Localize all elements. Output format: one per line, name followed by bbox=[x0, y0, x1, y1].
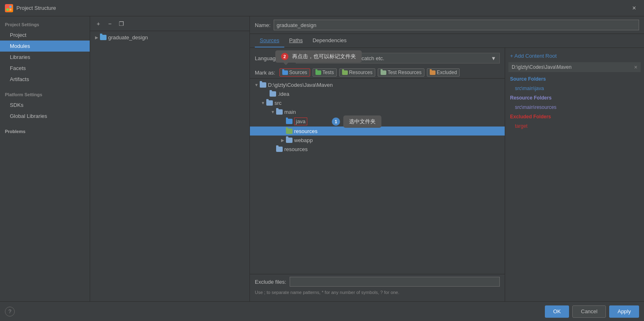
exclude-files-row: Exclude files: bbox=[250, 274, 505, 289]
sidebar-item-project[interactable]: Project bbox=[0, 29, 90, 41]
source-file-tree: ▼ D:\glzty\Codes\Java\Maven ▶ .idea bbox=[250, 78, 505, 274]
resources2-folder-item[interactable]: ▶ resources bbox=[250, 145, 505, 154]
dialog-title: Project Structure bbox=[16, 5, 629, 11]
excluded-folder-entry: target ✏ × bbox=[505, 122, 644, 130]
project-settings-label: Project Settings bbox=[0, 20, 90, 29]
add-content-root-button[interactable]: + Add Content Root bbox=[505, 51, 644, 61]
ok-button[interactable]: OK bbox=[545, 305, 569, 318]
title-bar: Project Structure × bbox=[0, 0, 644, 16]
module-folder-icon bbox=[100, 35, 107, 40]
mark-as-label: Mark as: bbox=[255, 70, 275, 76]
content-root-display: D:\glzty\Codes\Java\Maven × bbox=[508, 62, 641, 72]
excluded-folders-title: Excluded Folders bbox=[505, 111, 644, 122]
mark-as-resources-button[interactable]: Resources bbox=[339, 68, 375, 77]
tab-dependencies[interactable]: Dependencies bbox=[308, 34, 351, 47]
platform-settings-label: Platform Settings bbox=[0, 90, 90, 99]
mark-as-sources-button[interactable]: Sources bbox=[279, 68, 310, 77]
source-folder-entry: src\main\java ✏ × bbox=[505, 84, 644, 93]
edit-excluded-folder-button[interactable]: ✏ bbox=[625, 123, 632, 129]
module-root[interactable]: ▶ graduate_design bbox=[90, 33, 249, 42]
mark-as-test-resources-button[interactable]: Test Resources bbox=[378, 68, 424, 77]
sidebar-item-sdks[interactable]: SDKs bbox=[0, 99, 90, 111]
close-button[interactable]: × bbox=[629, 3, 639, 13]
badge-1: 1 bbox=[332, 118, 340, 126]
tab-paths[interactable]: Paths bbox=[284, 34, 308, 47]
java-folder-icon bbox=[286, 119, 293, 124]
main-content: Project Settings Project Modules Librari… bbox=[0, 16, 644, 301]
file-content: Language level: 7 - Diamonds, ARM, multi… bbox=[250, 48, 505, 301]
apply-button[interactable]: Apply bbox=[609, 305, 639, 318]
resource-folder-entry: src\main\resources ✏ × bbox=[505, 103, 644, 111]
test-resources-folder-icon bbox=[381, 70, 386, 75]
name-label: Name: bbox=[255, 22, 270, 28]
copy-module-button[interactable]: ❐ bbox=[116, 19, 126, 29]
add-module-button[interactable]: + bbox=[93, 19, 103, 29]
tabs-row: Sources Paths Dependencies bbox=[250, 34, 644, 48]
problems-label[interactable]: Problems bbox=[0, 127, 90, 136]
remove-excluded-folder-button[interactable]: × bbox=[633, 123, 639, 129]
exclude-hint: Use ; to separate name patterns, * for a… bbox=[250, 289, 505, 298]
src-folder-item[interactable]: ▼ src bbox=[250, 98, 505, 107]
right-panel: Name: Sources Paths Dependencies bbox=[250, 16, 644, 301]
mark-as-excluded-button[interactable]: Excluded bbox=[427, 68, 460, 77]
exclude-files-label: Exclude files: bbox=[255, 279, 286, 285]
sidebar-item-modules[interactable]: Modules bbox=[0, 41, 90, 52]
resource-folders-title: Resource Folders bbox=[505, 93, 644, 103]
module-toolbar: + − ❐ bbox=[90, 16, 249, 31]
expand-icon[interactable]: ▶ bbox=[93, 34, 100, 41]
exclude-files-input[interactable] bbox=[290, 277, 500, 287]
sidebar-item-global-libraries[interactable]: Global Libraries bbox=[0, 111, 90, 122]
tab-content: Language level: 7 - Diamonds, ARM, multi… bbox=[250, 48, 644, 301]
resources-folder-item[interactable]: ▶ resources bbox=[250, 127, 505, 136]
resources-selected-icon bbox=[286, 129, 293, 134]
webapp-folder-icon bbox=[286, 138, 293, 143]
svg-rect-1 bbox=[9, 6, 11, 8]
name-row: Name: bbox=[250, 16, 644, 34]
module-name: graduate_design bbox=[108, 34, 148, 41]
bottom-actions: OK Cancel Apply bbox=[545, 305, 639, 318]
mark-as-tests-button[interactable]: Tests bbox=[313, 68, 337, 77]
remove-source-folder-button[interactable]: × bbox=[633, 85, 639, 92]
remove-content-root-button[interactable]: × bbox=[634, 64, 637, 70]
excluded-folder-icon bbox=[430, 70, 435, 75]
idea-folder-item[interactable]: ▶ .idea bbox=[250, 89, 505, 98]
source-folders-title: Source Folders bbox=[505, 74, 644, 84]
cancel-button[interactable]: Cancel bbox=[572, 305, 606, 318]
tooltip-2: 2 再点击，也可以标记文件夹 bbox=[275, 50, 362, 63]
sidebar-item-libraries[interactable]: Libraries bbox=[0, 52, 90, 63]
svg-rect-2 bbox=[7, 9, 9, 11]
tree-root-item[interactable]: ▼ D:\glzty\Codes\Java\Maven bbox=[250, 80, 505, 89]
sources-folder-icon bbox=[282, 70, 288, 75]
sidebar-item-artifacts[interactable]: Artifacts bbox=[0, 74, 90, 85]
java-folder-item[interactable]: ▶ java 1 选中文件夹 bbox=[250, 116, 505, 127]
webapp-folder-item[interactable]: ▶ webapp bbox=[250, 136, 505, 145]
resources-folder-icon bbox=[342, 70, 348, 75]
bottom-bar: ? OK Cancel Apply bbox=[0, 301, 644, 321]
callout-1-tooltip: 选中文件夹 bbox=[343, 115, 381, 128]
edit-source-folder-button[interactable]: ✏ bbox=[625, 85, 632, 92]
sidebar: Project Settings Project Modules Librari… bbox=[0, 16, 90, 301]
middle-panel: + − ❐ ▶ graduate_design bbox=[90, 16, 250, 301]
source-panel: + Add Content Root D:\glzty\Codes\Java\M… bbox=[505, 48, 644, 301]
callout-1-container: 1 选中文件夹 bbox=[332, 115, 381, 128]
module-tree: ▶ graduate_design bbox=[90, 31, 249, 301]
tab-sources[interactable]: Sources bbox=[255, 34, 284, 47]
src-folder-icon bbox=[266, 100, 273, 106]
badge-2: 2 bbox=[281, 53, 288, 60]
project-structure-dialog: Project Structure × Project Settings Pro… bbox=[0, 0, 644, 321]
sidebar-item-facets[interactable]: Facets bbox=[0, 63, 90, 74]
edit-resource-folder-button[interactable]: ✏ bbox=[625, 104, 632, 111]
main-folder-icon bbox=[276, 109, 283, 115]
tests-folder-icon bbox=[315, 70, 321, 75]
root-folder-icon bbox=[260, 82, 266, 88]
mark-as-row: Mark as: Sources 2 再点击，也可以标记文件夹 bbox=[250, 67, 505, 78]
resources2-folder-icon bbox=[276, 147, 283, 152]
idea-folder-icon bbox=[270, 91, 276, 97]
svg-rect-3 bbox=[9, 9, 11, 11]
help-button[interactable]: ? bbox=[5, 307, 15, 316]
remove-resource-folder-button[interactable]: × bbox=[633, 104, 639, 111]
module-name-input[interactable] bbox=[274, 20, 639, 30]
sources-btn-container: Sources 2 再点击，也可以标记文件夹 bbox=[279, 68, 310, 77]
app-icon bbox=[5, 4, 13, 12]
remove-module-button[interactable]: − bbox=[105, 19, 115, 29]
